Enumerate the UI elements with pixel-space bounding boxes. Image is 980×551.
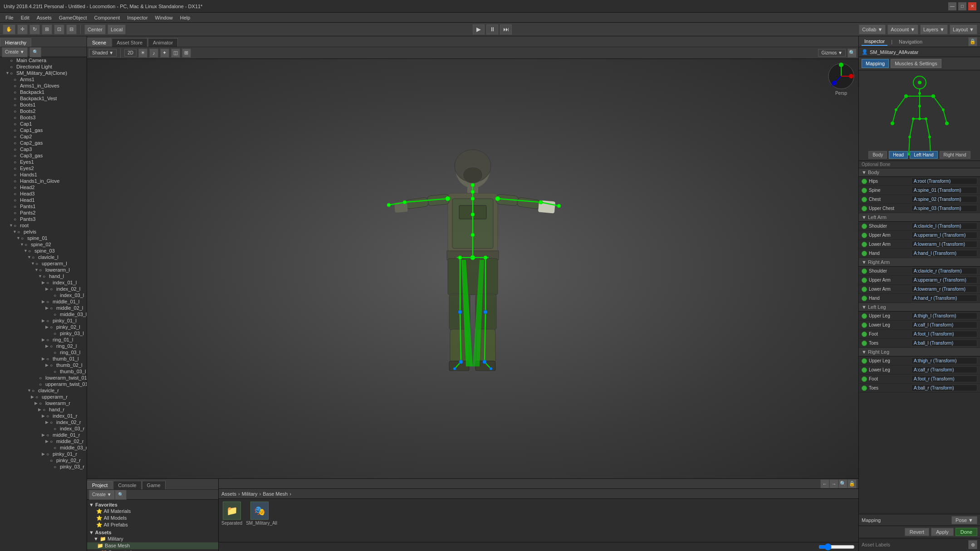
breadcrumb-assets[interactable]: Assets: [221, 491, 236, 497]
transform-tool[interactable]: ⊟: [66, 24, 77, 34]
menu-inspector[interactable]: Inspector: [123, 14, 151, 21]
scene-fx-btn[interactable]: ✦: [160, 49, 169, 58]
hierarchy-item[interactable]: ▶○thumb_02_l: [0, 362, 87, 368]
right-hand-btn[interactable]: Right Hand: [940, 151, 970, 159]
hierarchy-item[interactable]: ○Pants2: [0, 210, 87, 216]
hierarchy-item[interactable]: ○pinky_02_r: [0, 457, 87, 463]
tab-project[interactable]: Project: [87, 481, 113, 489]
hierarchy-item[interactable]: ○Backpack1: [0, 89, 87, 95]
assets-base-mesh[interactable]: 📁 Base Mesh: [87, 542, 218, 549]
apply-button[interactable]: Apply: [931, 528, 954, 536]
tab-mapping[interactable]: Mapping: [862, 59, 889, 68]
bone-value-field[interactable]: A:spine_03 (Transform): [911, 205, 977, 212]
breadcrumb-base-mesh[interactable]: Base Mesh: [263, 491, 288, 497]
move-tool[interactable]: ✛: [17, 24, 28, 34]
hierarchy-item[interactable]: ▶○middle_02_r: [0, 438, 87, 444]
hierarchy-item[interactable]: ▶○index_02_r: [0, 419, 87, 425]
assets-search-btn[interactable]: 🔍: [838, 479, 848, 488]
hierarchy-item[interactable]: ▶○pinky_01_l: [0, 317, 87, 324]
hierarchy-item[interactable]: ○Head2: [0, 184, 87, 190]
shaded-dropdown[interactable]: Shaded ▼: [89, 49, 117, 57]
scene-viewport[interactable]: Y X Z Persp: [87, 59, 858, 478]
bone-value-field[interactable]: A:foot_l (Transform): [911, 331, 977, 337]
assets-lock-btn[interactable]: 🔒: [848, 479, 857, 488]
project-create-btn[interactable]: Create ▼: [89, 490, 115, 500]
bone-value-field[interactable]: A:hand_l (Transform): [911, 250, 977, 257]
bone-value-field[interactable]: A:clavicle_r (Transform): [911, 268, 977, 274]
bone-value-field[interactable]: A:upperarm_r (Transform): [911, 277, 977, 283]
menu-edit[interactable]: Edit: [17, 14, 33, 21]
scene-lights-btn[interactable]: ☀: [138, 49, 147, 58]
hierarchy-item[interactable]: ○Boots2: [0, 108, 87, 114]
menu-file[interactable]: File: [2, 14, 17, 21]
asset-labels-btn[interactable]: ⊕: [968, 540, 977, 549]
close-button[interactable]: ✕: [968, 2, 976, 10]
hierarchy-item[interactable]: ▶○ring_01_l: [0, 336, 87, 343]
hierarchy-item[interactable]: ▶○ring_02_l: [0, 343, 87, 349]
bone-section-header-body[interactable]: ▼ Body: [859, 168, 980, 177]
hierarchy-item[interactable]: ○index_03_l: [0, 292, 87, 298]
tab-muscles-settings[interactable]: Muscles & Settings: [891, 59, 941, 68]
bone-value-field[interactable]: A:ball_r (Transform): [911, 385, 977, 391]
bone-value-field[interactable]: A:lowerarm_l (Transform): [911, 241, 977, 248]
hierarchy-item[interactable]: ○middle_03_l: [0, 311, 87, 317]
hierarchy-item[interactable]: ○Hands1: [0, 171, 87, 178]
tab-hierarchy[interactable]: Hierarchy: [0, 38, 31, 47]
bone-value-field[interactable]: A:lowerarm_r (Transform): [911, 286, 977, 293]
asset-sm-military[interactable]: 🎭 SM_Military_All: [246, 502, 273, 526]
play-button[interactable]: ▶: [473, 24, 485, 34]
hierarchy-item[interactable]: ▶○middle_02_l: [0, 305, 87, 311]
hierarchy-item[interactable]: ○Directional Light: [0, 63, 87, 70]
menu-gameobject[interactable]: GameObject: [55, 14, 91, 21]
bone-section-header-right_arm[interactable]: ▼ Right Arm: [859, 258, 980, 267]
rotate-tool[interactable]: ↻: [29, 24, 40, 34]
hierarchy-item[interactable]: ▶○pinky_01_r: [0, 451, 87, 457]
bone-value-field[interactable]: A:root (Transform): [911, 178, 977, 185]
rect-tool[interactable]: ⊡: [54, 24, 64, 34]
menu-component[interactable]: Component: [90, 14, 123, 21]
scale-tool[interactable]: ⊞: [42, 24, 52, 34]
maximize-button[interactable]: □: [958, 2, 966, 10]
hierarchy-item[interactable]: ○Boots1: [0, 102, 87, 108]
step-button[interactable]: ⏭: [500, 24, 512, 34]
pause-button[interactable]: ⏸: [486, 24, 498, 34]
search-scene-btn[interactable]: 🔍: [848, 49, 857, 58]
menu-assets[interactable]: Assets: [33, 14, 55, 21]
hierarchy-item[interactable]: ▶○hand_r: [0, 406, 87, 413]
left-hand-btn[interactable]: Left Hand: [910, 151, 937, 159]
hierarchy-item[interactable]: ▼○upperarm_l: [0, 260, 87, 267]
tab-navigation[interactable]: Navigation: [896, 38, 925, 45]
tab-animator[interactable]: Animator: [148, 38, 178, 47]
bone-section-header-left_leg[interactable]: ▼ Left Leg: [859, 303, 980, 312]
hierarchy-item[interactable]: ○Arms1: [0, 76, 87, 83]
hierarchy-item[interactable]: ○Backpack1_Vest: [0, 95, 87, 102]
hierarchy-item[interactable]: ○upperarm_twist_01_l: [0, 381, 87, 387]
minimize-button[interactable]: —: [948, 2, 956, 10]
hierarchy-item[interactable]: ▼○spine_01: [0, 235, 87, 241]
menu-help[interactable]: Help: [176, 14, 194, 21]
hierarchy-item[interactable]: ▼○clavicle_r: [0, 387, 87, 394]
project-search-btn[interactable]: 🔍: [115, 490, 127, 500]
scene-audio-btn[interactable]: ♪: [149, 49, 158, 58]
hierarchy-item[interactable]: ○Cap2: [0, 133, 87, 140]
pose-dropdown[interactable]: Pose ▼: [951, 516, 977, 524]
hierarchy-item[interactable]: ○Main Camera: [0, 57, 87, 63]
hierarchy-item[interactable]: ○Cap2_gas: [0, 140, 87, 146]
bone-value-field[interactable]: A:thigh_l (Transform): [911, 312, 977, 319]
hierarchy-item[interactable]: ○Cap1_gas: [0, 127, 87, 133]
hierarchy-item[interactable]: ○Cap3: [0, 146, 87, 152]
hierarchy-item[interactable]: ○Cap3_gas: [0, 152, 87, 159]
hierarchy-item[interactable]: ○Arms1_in_Gloves: [0, 83, 87, 89]
assets-nav-fwd[interactable]: →: [829, 479, 838, 488]
tab-console[interactable]: Console: [113, 481, 141, 489]
menu-window[interactable]: Window: [152, 14, 176, 21]
bone-section-header-left_arm[interactable]: ▼ Left Arm: [859, 213, 980, 222]
head-btn[interactable]: Head: [889, 151, 908, 159]
hierarchy-item[interactable]: ○Hands1_in_Glove: [0, 178, 87, 184]
hierarchy-create-btn[interactable]: Create ▼: [2, 47, 28, 57]
hierarchy-item[interactable]: ○Head1: [0, 197, 87, 203]
bone-section-header-right_leg[interactable]: ▼ Right Leg: [859, 348, 980, 356]
hierarchy-item[interactable]: ▶○index_02_l: [0, 286, 87, 292]
hierarchy-item[interactable]: ▼○spine_03: [0, 248, 87, 254]
hierarchy-item[interactable]: ▼○pelvis: [0, 229, 87, 235]
